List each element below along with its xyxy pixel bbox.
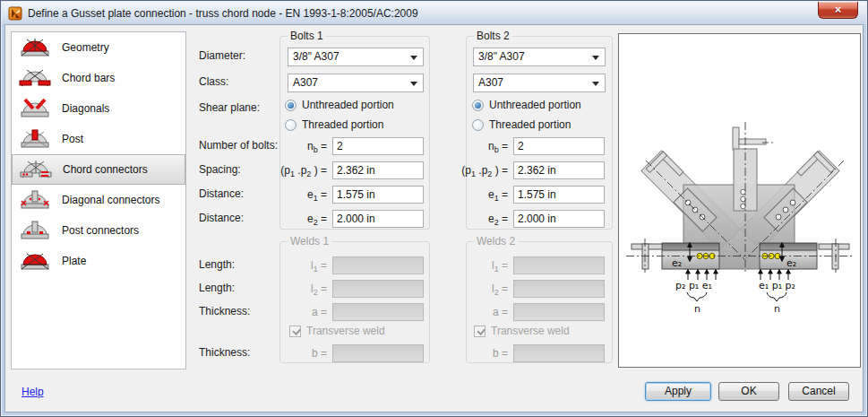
- welds1-a-symbol: a =: [280, 306, 327, 318]
- bolts2-e2-input[interactable]: [513, 210, 605, 228]
- welds1-group: Welds 1 l1 = l2 = a = Transverse weld b …: [279, 241, 430, 363]
- sidebar-item-label: Chord connectors: [63, 163, 148, 176]
- sidebar-item-label: Geometry: [62, 41, 109, 54]
- welds1-l1-symbol: l1 =: [280, 259, 327, 274]
- bolts1-group: Bolts 1 3/8" A307 A307 Unthreaded portio…: [279, 36, 430, 230]
- title-bar: Define a Gusset plate connection - truss…: [2, 2, 866, 24]
- window-title: Define a Gusset plate connection - truss…: [28, 7, 418, 20]
- apply-button[interactable]: Apply: [645, 382, 711, 401]
- sidebar-item-diagonal-connectors[interactable]: Diagonal connectors: [12, 185, 185, 215]
- sidebar-item-label: Diagonals: [62, 102, 109, 115]
- bolts2-nb-symbol: nb =: [467, 140, 508, 154]
- bolts2-e1-input[interactable]: [513, 186, 605, 204]
- help-link[interactable]: Help: [21, 386, 44, 398]
- n-left-label: n: [694, 303, 700, 315]
- chevron-down-icon: [592, 82, 599, 90]
- bolts2-diameter-select[interactable]: 3/8" A307: [473, 48, 606, 66]
- sidebar-item-chord-connectors[interactable]: Chord connectors: [12, 154, 185, 185]
- welds2-title: Welds 2: [474, 235, 518, 248]
- welds1-b-symbol: b =: [280, 347, 327, 360]
- bolts1-diameter-select[interactable]: 3/8" A307: [288, 48, 424, 66]
- bolts1-nb-symbol: nb =: [280, 140, 327, 154]
- label-distance-e2: Distance:: [199, 212, 244, 224]
- bolts1-threaded-radio[interactable]: Threaded portion: [285, 118, 383, 131]
- bolts2-unthreaded-radio[interactable]: Unthreaded portion: [472, 99, 581, 111]
- bolts1-p-input[interactable]: [332, 161, 424, 179]
- chevron-down-icon: [592, 56, 599, 64]
- label-length-l2: Length:: [199, 282, 235, 294]
- welds2-a-input: [513, 303, 605, 321]
- cancel-button[interactable]: Cancel: [788, 382, 849, 401]
- radio-checked-icon: [285, 100, 296, 111]
- diagonal-connectors-icon: [19, 189, 51, 211]
- bolts2-p-symbol: (p1 .p2 ) =: [456, 164, 508, 178]
- e2-right-label: e₂: [786, 257, 796, 269]
- label-spacing: Spacing:: [199, 163, 241, 176]
- ok-button[interactable]: OK: [718, 382, 779, 401]
- bolts1-e1-symbol: e1 =: [280, 188, 327, 203]
- bolts1-class-select[interactable]: A307: [288, 74, 424, 92]
- label-thickness-a: Thickness:: [199, 305, 250, 317]
- radio-unchecked-icon: [285, 119, 296, 131]
- n-right-label: n: [774, 303, 780, 315]
- bolts2-p-input[interactable]: [513, 161, 605, 179]
- label-distance-e1: Distance:: [199, 187, 244, 200]
- label-length-l1: Length:: [199, 258, 235, 271]
- sidebar-item-geometry[interactable]: Geometry: [12, 32, 185, 63]
- welds2-b-input: [513, 344, 605, 362]
- welds2-a-symbol: a =: [467, 306, 508, 318]
- label-diameter: Diameter:: [199, 49, 245, 62]
- label-shear-plane: Shear plane:: [199, 101, 260, 114]
- app-icon: [8, 6, 22, 21]
- welds2-l2-input: [513, 280, 605, 298]
- sidebar-item-chord-bars[interactable]: Chord bars: [12, 63, 185, 93]
- bolts2-e1-symbol: e1 =: [467, 188, 508, 203]
- chevron-down-icon: [410, 56, 417, 64]
- label-class: Class:: [199, 75, 228, 88]
- close-button[interactable]: ×: [818, 2, 858, 19]
- welds1-l2-symbol: l2 =: [280, 282, 327, 297]
- sidebar-item-plate[interactable]: Plate: [12, 246, 185, 276]
- chevron-down-icon: [410, 82, 417, 90]
- bolts1-e1-input[interactable]: [332, 186, 424, 204]
- bolts2-nb-input[interactable]: [513, 137, 605, 155]
- post-connectors-icon: [19, 220, 51, 241]
- bolts1-e2-symbol: e2 =: [280, 213, 327, 227]
- bolts1-p-symbol: (p1 .p2 ) =: [273, 164, 327, 178]
- dims-right-label: e₁ p₁ p₂: [759, 280, 795, 291]
- bolts2-threaded-radio[interactable]: Threaded portion: [472, 118, 571, 131]
- sidebar-item-post[interactable]: Post: [12, 124, 185, 154]
- diagonals-icon: [19, 98, 51, 119]
- bolts2-group: Bolts 2 3/8" A307 A307 Unthreaded portio…: [466, 36, 613, 230]
- welds1-l1-input: [332, 256, 424, 274]
- bolts2-class-select[interactable]: A307: [473, 74, 606, 92]
- radio-unchecked-icon: [472, 119, 484, 131]
- bolts1-class-value: A307: [293, 76, 318, 89]
- welds1-a-input: [332, 303, 424, 321]
- welds2-l1-input: [513, 256, 605, 274]
- welds1-transverse-checkbox: Transverse weld: [289, 325, 385, 337]
- bolts2-title: Bolts 2: [474, 30, 512, 42]
- bolts1-nb-input[interactable]: [332, 137, 424, 155]
- plate-icon: [19, 250, 51, 272]
- bolts1-e2-input[interactable]: [332, 210, 424, 228]
- welds2-group: Welds 2 l1 = l2 = a = Transverse weld b …: [466, 241, 613, 363]
- sidebar-item-label: Post connectors: [62, 224, 139, 237]
- connection-preview-panel: e₂ e₂ p₂ p₁ e₁ e₁ p₁ p₂ n n: [618, 33, 861, 368]
- welds1-l2-input: [332, 280, 424, 298]
- welds1-b-input: [332, 344, 424, 362]
- gusset-connection-diagram: e₂ e₂ p₂ p₁ e₁ e₁ p₁ p₂ n n: [619, 34, 860, 367]
- bolts2-diameter-value: 3/8" A307: [478, 50, 525, 63]
- post-icon: [19, 128, 51, 150]
- bolts1-diameter-value: 3/8" A307: [293, 50, 339, 63]
- label-thickness-b: Thickness:: [199, 346, 250, 359]
- sidebar-item-post-connectors[interactable]: Post connectors: [12, 215, 185, 246]
- sidebar-item-diagonals[interactable]: Diagonals: [12, 93, 185, 124]
- dims-left-label: p₂ p₁ e₁: [675, 280, 712, 291]
- chord-bars-icon: [19, 67, 51, 89]
- welds2-b-symbol: b =: [467, 347, 508, 360]
- bolts1-title: Bolts 1: [288, 30, 326, 42]
- bolts1-unthreaded-radio[interactable]: Unthreaded portion: [285, 99, 394, 111]
- welds2-transverse-checkbox: Transverse weld: [474, 325, 570, 337]
- checkbox-checked-icon: [474, 326, 486, 337]
